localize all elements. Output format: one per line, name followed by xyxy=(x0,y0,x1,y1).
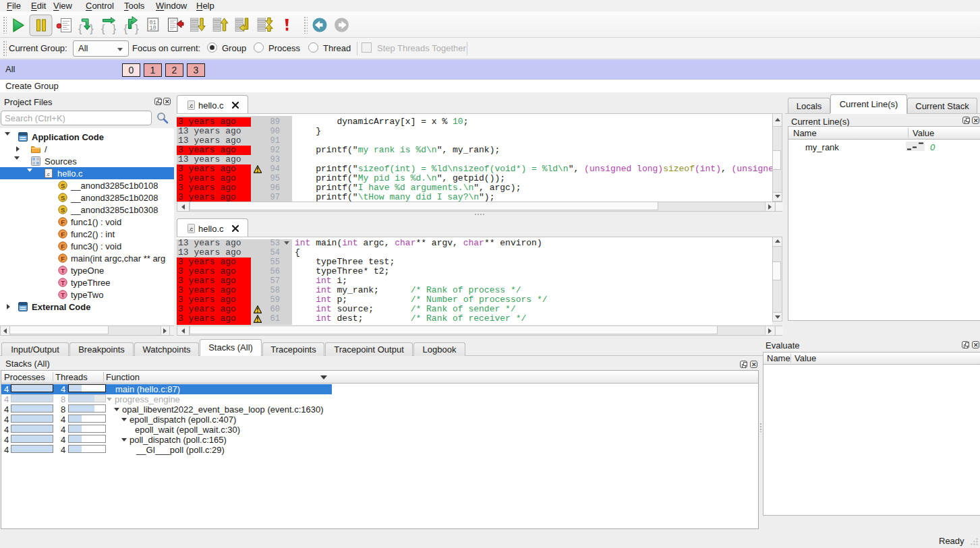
svg-text:{: { xyxy=(101,22,105,35)
svg-text:}: } xyxy=(135,22,139,35)
svg-text:F: F xyxy=(61,243,65,250)
svg-text:F: F xyxy=(61,231,65,238)
svg-text:S: S xyxy=(61,194,65,202)
svg-text:.c: .c xyxy=(188,226,194,233)
svg-text:T: T xyxy=(61,267,65,274)
svg-text:F: F xyxy=(61,255,65,262)
svg-text:S: S xyxy=(61,206,65,214)
svg-text:}: } xyxy=(113,22,117,35)
svg-text:T: T xyxy=(61,279,65,286)
svg-text:10: 10 xyxy=(150,25,156,32)
svg-text:.c: .c xyxy=(46,172,50,177)
svg-text:}: } xyxy=(90,22,94,35)
svg-text:T: T xyxy=(61,291,65,299)
svg-text:.c: .c xyxy=(188,102,194,109)
svg-text:S: S xyxy=(61,182,65,189)
svg-text:F: F xyxy=(61,218,65,226)
svg-text:{: { xyxy=(124,22,128,35)
svg-text:{: { xyxy=(78,22,82,35)
